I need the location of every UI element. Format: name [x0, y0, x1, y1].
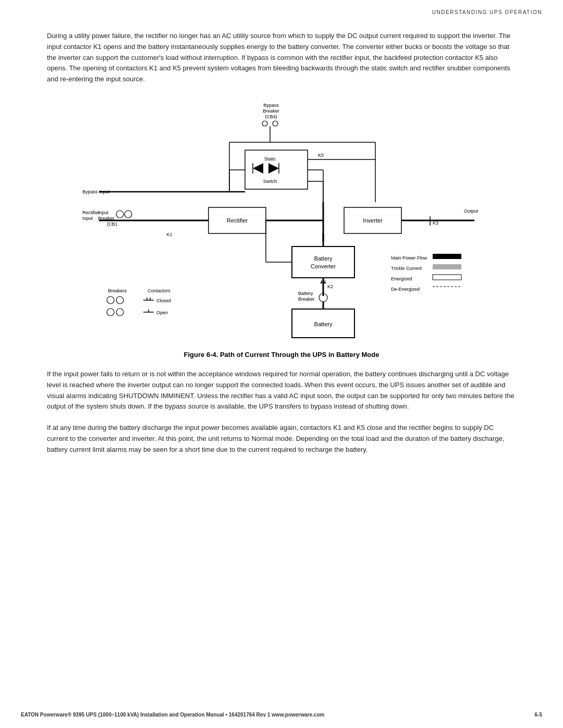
svg-text:K5: K5 — [318, 153, 324, 158]
diagram-container: Bypass Breaker (CB4) Static — [47, 101, 516, 346]
svg-text:Open: Open — [156, 310, 168, 315]
svg-text:Trickle Current: Trickle Current — [391, 266, 422, 271]
svg-marker-10 — [253, 163, 263, 174]
svg-text:Switch: Switch — [263, 179, 277, 184]
svg-point-30 — [125, 211, 132, 218]
svg-text:K1: K1 — [166, 232, 172, 237]
footer-page-number: 6-5 — [535, 712, 542, 718]
svg-text:Battery: Battery — [314, 255, 333, 262]
svg-point-3 — [262, 121, 267, 126]
svg-point-29 — [116, 211, 124, 218]
svg-rect-66 — [433, 275, 461, 280]
svg-point-71 — [107, 297, 114, 304]
svg-text:Input: Input — [82, 216, 93, 221]
footer-left-text: EATON Powerware® 9395 UPS (1000–1100 kVA… — [21, 712, 324, 718]
svg-point-72 — [116, 297, 124, 304]
header-title: UNDERSTANDING UPS OPERATION — [432, 9, 542, 15]
svg-text:Breaker: Breaker — [263, 108, 279, 114]
svg-point-74 — [116, 309, 124, 316]
svg-text:Energized: Energized — [391, 276, 412, 281]
svg-text:Rectifier: Rectifier — [227, 217, 248, 224]
main-content: During a utility power failure, the rect… — [0, 15, 563, 455]
svg-text:Static: Static — [264, 156, 276, 162]
svg-point-4 — [273, 121, 278, 126]
svg-text:Converter: Converter — [311, 263, 336, 269]
svg-text:Inverter: Inverter — [363, 217, 383, 224]
page-header: UNDERSTANDING UPS OPERATION — [0, 0, 563, 15]
svg-rect-62 — [433, 254, 461, 259]
body-paragraph-1: If the input power fails to return or is… — [47, 369, 516, 412]
svg-text:Battery: Battery — [298, 291, 313, 296]
svg-rect-44 — [292, 246, 354, 278]
ups-diagram: Bypass Breaker (CB4) Static — [68, 101, 495, 346]
svg-text:(CB1: (CB1 — [107, 221, 118, 227]
page: UNDERSTANDING UPS OPERATION During a uti… — [0, 0, 563, 728]
page-footer: EATON Powerware® 9395 UPS (1000–1100 kVA… — [0, 712, 563, 718]
figure-caption: Figure 6-4. Path of Current Through the … — [47, 351, 516, 359]
svg-text:Breaker: Breaker — [298, 297, 315, 302]
svg-text:Closed: Closed — [156, 298, 171, 303]
svg-rect-64 — [433, 264, 461, 269]
svg-point-73 — [107, 309, 114, 316]
body-paragraph-2: If at any time during the battery discha… — [47, 423, 516, 455]
intro-paragraph: During a utility power failure, the rect… — [47, 31, 516, 85]
svg-text:Bypass: Bypass — [263, 103, 279, 108]
svg-text:Input: Input — [98, 210, 109, 215]
svg-text:(CB4): (CB4) — [265, 114, 277, 119]
svg-text:Output: Output — [464, 208, 479, 214]
svg-text:Breakers: Breakers — [108, 288, 127, 293]
svg-text:Main Power Flow: Main Power Flow — [391, 255, 427, 261]
svg-text:Rectifier: Rectifier — [82, 210, 100, 215]
svg-text:Battery: Battery — [314, 321, 333, 327]
svg-marker-12 — [268, 163, 279, 174]
svg-text:K2: K2 — [327, 284, 333, 289]
svg-text:Contactors: Contactors — [148, 288, 170, 293]
svg-text:De-Energized: De-Energized — [391, 287, 420, 292]
